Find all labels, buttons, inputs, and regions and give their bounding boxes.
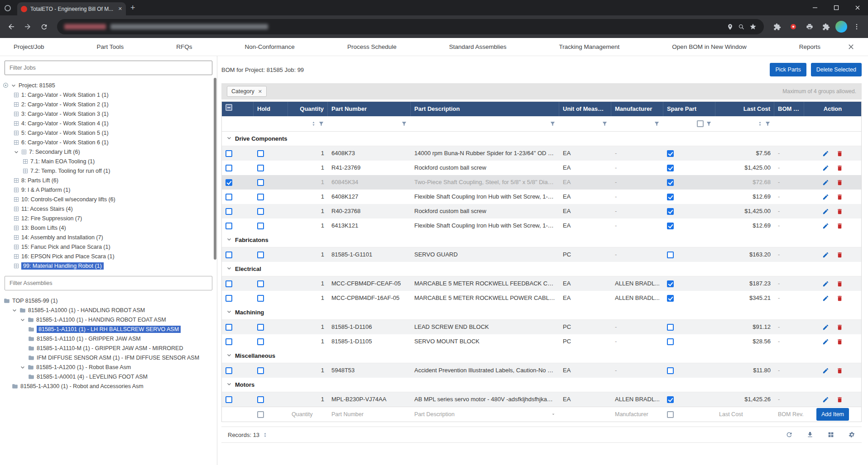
add-item-button[interactable]: Add Item bbox=[816, 408, 849, 421]
job-item[interactable]: 4: Cargo-Vator - Work Station 4 (1) bbox=[0, 119, 217, 128]
hold-checkbox[interactable] bbox=[257, 367, 264, 374]
nav-item-project-job[interactable]: Project/Job bbox=[14, 43, 44, 50]
group-header-row[interactable]: Miscellaneous bbox=[222, 349, 861, 363]
extension-icon[interactable] bbox=[770, 20, 784, 33]
spare-part-checkbox[interactable] bbox=[667, 165, 674, 171]
filter-assemblies-input[interactable] bbox=[5, 276, 212, 290]
col-manufacturer[interactable]: Manufacturer bbox=[611, 102, 663, 116]
filter-icon[interactable] bbox=[654, 121, 660, 127]
filter-icon[interactable] bbox=[765, 121, 771, 127]
remove-group-icon[interactable]: ✕ bbox=[258, 89, 262, 95]
pick-parts-button[interactable]: Pick Parts bbox=[770, 63, 806, 76]
window-minimize-button[interactable] bbox=[804, 0, 825, 15]
chevron-down-icon[interactable] bbox=[226, 237, 232, 243]
grid-view-icon[interactable] bbox=[827, 431, 834, 438]
bom-row[interactable]: 16408K7314000 rpm Buna-N Rubber Spider f… bbox=[222, 146, 861, 161]
job-item[interactable]: 7: Secondary Lift (6) bbox=[0, 147, 217, 157]
dropdown-caret-icon[interactable] bbox=[551, 412, 556, 417]
print-icon[interactable] bbox=[803, 20, 816, 33]
delete-icon[interactable] bbox=[836, 251, 843, 258]
browser-menu-icon[interactable] bbox=[850, 20, 863, 33]
nav-item-process-schedule[interactable]: Process Schedule bbox=[347, 43, 397, 50]
bom-row[interactable]: 15948T53Accident Prevention Illustrated … bbox=[222, 363, 861, 378]
row-select-checkbox[interactable] bbox=[225, 280, 232, 287]
job-item[interactable]: 15: Fanuc Pick and Place Scara (1) bbox=[0, 242, 217, 251]
assembly-item[interactable]: 81585-1-A1101 (1) - LH RH BALLSCREW SERV… bbox=[0, 324, 217, 334]
edit-icon[interactable] bbox=[822, 223, 829, 229]
profile-avatar[interactable] bbox=[835, 21, 847, 33]
hold-checkbox[interactable] bbox=[257, 150, 264, 157]
nav-item-tracking-management[interactable]: Tracking Management bbox=[559, 43, 620, 50]
spare-part-checkbox[interactable] bbox=[667, 208, 674, 215]
row-select-checkbox[interactable] bbox=[225, 396, 232, 403]
bom-close-icon[interactable] bbox=[848, 43, 854, 50]
chevron-down-icon[interactable] bbox=[14, 149, 19, 155]
sort-icon[interactable] bbox=[311, 121, 316, 126]
sort-icon[interactable] bbox=[758, 121, 762, 126]
adblock-icon[interactable] bbox=[786, 20, 800, 33]
add-manufacturer-field[interactable]: Manufacturer bbox=[611, 407, 663, 422]
row-select-checkbox[interactable] bbox=[225, 194, 232, 200]
add-part-number-field[interactable]: Part Number bbox=[328, 407, 411, 422]
delete-icon[interactable] bbox=[836, 324, 843, 331]
nav-item-rfqs[interactable]: RFQs bbox=[176, 43, 192, 50]
edit-icon[interactable] bbox=[822, 150, 829, 157]
select-all-checkbox[interactable] bbox=[225, 104, 232, 111]
spare-part-checkbox[interactable] bbox=[667, 179, 674, 186]
delete-icon[interactable] bbox=[836, 280, 843, 287]
bom-row[interactable]: 181585-1-D1105SERVO MOUNT BLOCKPC-$28.56… bbox=[222, 334, 861, 349]
spare-part-checkbox[interactable] bbox=[667, 367, 674, 374]
bom-row[interactable]: 160845K34Two-Piece Shaft Coupling, Steel… bbox=[222, 175, 861, 190]
chevron-down-icon[interactable] bbox=[12, 308, 17, 313]
chevron-down-icon[interactable] bbox=[20, 317, 25, 323]
chevron-down-icon[interactable] bbox=[11, 83, 16, 88]
col-hold[interactable]: Hold bbox=[254, 102, 288, 116]
edit-icon[interactable] bbox=[822, 367, 829, 374]
nav-item-part-tools[interactable]: Part Tools bbox=[97, 43, 124, 50]
forward-icon[interactable] bbox=[21, 20, 34, 33]
delete-icon[interactable] bbox=[836, 338, 843, 345]
spare-part-checkbox[interactable] bbox=[667, 150, 674, 157]
add-hold-checkbox[interactable] bbox=[257, 411, 264, 418]
delete-icon[interactable] bbox=[836, 194, 843, 200]
assembly-item[interactable]: 81585-1-A1000 (1) - HANDLING ROBOT ASM bbox=[0, 305, 217, 315]
delete-icon[interactable] bbox=[836, 208, 843, 215]
col-last-cost[interactable]: Last Cost bbox=[715, 102, 774, 116]
assembly-item[interactable]: 81585-1-A0001 (4) - LEVELING FOOT ASM bbox=[0, 372, 217, 381]
back-icon[interactable] bbox=[5, 20, 18, 33]
job-item[interactable]: 13: Boom Lifts (4) bbox=[0, 223, 217, 232]
bom-row[interactable]: 1MPL-B230P-VJ74AAAB MPL series servo mot… bbox=[222, 392, 861, 407]
row-select-checkbox[interactable] bbox=[225, 295, 232, 302]
bom-row[interactable]: 1MCC-CPBM4DF-16AF-05MARCABLE 5 METER ROC… bbox=[222, 291, 861, 305]
col-quantity[interactable]: Quantity bbox=[288, 102, 328, 116]
add-quantity-field[interactable]: Quantity bbox=[288, 407, 328, 422]
assembly-item[interactable]: 81585-1-A1110-M (1) - GRIPPER JAW ASM - … bbox=[0, 343, 217, 353]
chevron-down-icon[interactable] bbox=[226, 381, 232, 388]
chevron-down-icon[interactable] bbox=[226, 352, 232, 359]
download-icon[interactable] bbox=[806, 431, 814, 438]
group-header-row[interactable]: Drive Components bbox=[222, 132, 861, 146]
hold-checkbox[interactable] bbox=[257, 165, 264, 171]
group-header-row[interactable]: Electrical bbox=[222, 262, 861, 276]
job-item[interactable]: 11: Access Stairs (4) bbox=[0, 204, 217, 214]
job-item[interactable]: 8: Parts Lift (6) bbox=[0, 176, 217, 185]
filter-icon[interactable] bbox=[602, 121, 608, 127]
hold-checkbox[interactable] bbox=[257, 194, 264, 200]
filter-jobs-input[interactable] bbox=[5, 61, 212, 75]
assembly-item[interactable]: 81585-1-A1300 (1) - Robot and Accessorie… bbox=[0, 381, 217, 391]
col-part-number[interactable]: Part Number bbox=[328, 102, 411, 116]
spare-part-checkbox[interactable] bbox=[667, 251, 674, 258]
edit-icon[interactable] bbox=[822, 208, 829, 215]
edit-icon[interactable] bbox=[822, 179, 829, 186]
filter-icon[interactable] bbox=[550, 121, 556, 127]
job-item[interactable]: 16: EPSON Pick and Place Scara (1) bbox=[0, 251, 217, 261]
row-select-checkbox[interactable] bbox=[225, 150, 232, 157]
window-maximize-button[interactable] bbox=[825, 0, 847, 15]
add-part-description-field[interactable]: Part Description bbox=[411, 407, 559, 422]
browser-tab[interactable]: TotalETO - Engineering Bill Of M... ✕ bbox=[17, 2, 126, 15]
row-select-checkbox[interactable] bbox=[225, 179, 232, 186]
spare-part-checkbox[interactable] bbox=[667, 223, 674, 229]
job-item[interactable]: 99: Material Handling Robot (1) bbox=[0, 261, 217, 270]
delete-icon[interactable] bbox=[836, 223, 843, 229]
row-select-checkbox[interactable] bbox=[225, 223, 232, 229]
